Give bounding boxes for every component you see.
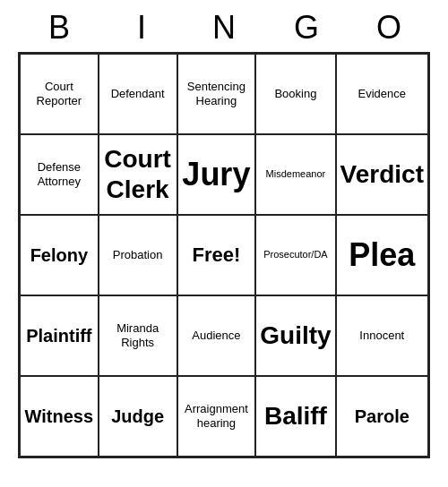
letter-i: I — [104, 9, 179, 47]
bingo-cell: Arraignment hearing — [177, 376, 256, 457]
bingo-cell: Court Reporter — [20, 54, 99, 134]
bingo-cell: Plea — [336, 215, 428, 295]
bingo-cell: Parole — [336, 376, 428, 457]
bingo-cell: Baliff — [255, 376, 335, 457]
bingo-cell: Audience — [177, 295, 256, 376]
bingo-cell: Free! — [177, 215, 256, 295]
bingo-cell: Plaintiff — [20, 295, 99, 376]
bingo-cell: Guilty — [255, 295, 335, 376]
bingo-cell: Sentencing Hearing — [177, 54, 256, 134]
letter-b: B — [22, 9, 97, 47]
bingo-cell: Misdemeanor — [255, 134, 335, 215]
bingo-cell: Booking — [255, 54, 335, 134]
bingo-cell: Witness — [20, 376, 99, 457]
bingo-cell: Defense Attorney — [20, 134, 99, 215]
bingo-grid: Court ReporterDefendantSentencing Hearin… — [18, 52, 430, 458]
bingo-cell: Court Clerk — [99, 134, 177, 215]
bingo-cell: Judge — [99, 376, 177, 457]
bingo-cell: Evidence — [336, 54, 428, 134]
bingo-cell: Jury — [177, 134, 256, 215]
bingo-title: B I N G O — [18, 0, 430, 52]
letter-g: G — [269, 9, 344, 47]
letter-n: N — [186, 9, 262, 47]
bingo-cell: Innocent — [336, 295, 428, 376]
bingo-cell: Defendant — [99, 54, 177, 134]
bingo-cell: Felony — [20, 215, 99, 295]
bingo-cell: Probation — [99, 215, 177, 295]
bingo-cell: Miranda Rights — [99, 295, 177, 376]
bingo-cell: Verdict — [336, 134, 428, 215]
bingo-cell: Prosecutor/DA — [255, 215, 335, 295]
letter-o: O — [351, 9, 426, 47]
